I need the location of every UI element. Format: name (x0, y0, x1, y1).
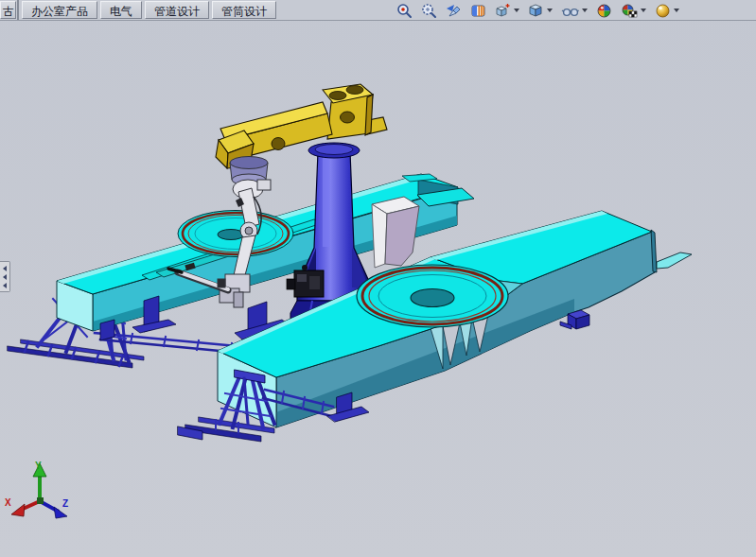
zoom-to-fit-button[interactable] (396, 1, 413, 20)
apply-scene-icon (621, 3, 638, 19)
section-view-icon (470, 3, 486, 19)
hide-show-items-button[interactable] (560, 1, 589, 20)
apply-scene-button[interactable] (620, 1, 647, 20)
section-view-button[interactable] (469, 1, 487, 20)
left-arrow-icon (3, 266, 7, 271)
tab-piping-design[interactable]: 管道设计 (145, 1, 209, 19)
view-orientation-button[interactable] (494, 1, 520, 20)
dropdown-arrow[interactable] (582, 9, 588, 12)
tab-electrical[interactable]: 电气 (100, 1, 142, 19)
command-tab-bar: 古 办公室产品 电气 管道设计 管筒设计 (0, 0, 756, 21)
heads-up-view-toolbar (396, 0, 680, 21)
panel-expand-button[interactable] (0, 261, 10, 292)
rotary-ring-left[interactable] (178, 211, 293, 257)
display-style-button[interactable] (527, 1, 554, 20)
view-orientation-icon (495, 3, 511, 19)
edit-appearance-button[interactable] (595, 1, 613, 20)
display-style-icon (528, 3, 544, 19)
triad-y-label: Y (35, 461, 42, 471)
view-settings-button[interactable] (654, 1, 680, 20)
view-settings-icon (655, 3, 671, 19)
previous-view-button[interactable] (445, 1, 463, 20)
triad-x-label: X (5, 497, 11, 508)
white-fixture[interactable] (372, 197, 419, 268)
coordinate-triad: Y X Z (5, 461, 68, 518)
dropdown-arrow[interactable] (674, 9, 679, 12)
zoom-to-fit-icon (396, 3, 413, 19)
rotary-ring-right[interactable] (357, 265, 508, 327)
zoom-to-area-icon (421, 3, 437, 19)
wing-plate-right (657, 252, 692, 269)
left-arrow-icon (3, 274, 7, 280)
checkered-flag (629, 11, 637, 17)
robot-boom[interactable] (216, 84, 387, 168)
left-arrow-icon (3, 283, 7, 288)
triad-z-label: Z (62, 498, 68, 509)
3d-viewport[interactable]: Y X Z (0, 0, 756, 557)
tab-divider (17, 0, 19, 20)
tab-tubing-design[interactable]: 管筒设计 (212, 1, 276, 19)
edit-appearance-icon (596, 3, 612, 19)
commandmanager-tabs: 古 办公室产品 电气 管道设计 管筒设计 (0, 0, 279, 21)
tab-office-products[interactable]: 办公室产品 (22, 1, 97, 19)
application-window: Y X Z 古 办公室产品 电气 管道设计 管筒设计 (0, 0, 756, 557)
dropdown-arrow[interactable] (514, 9, 519, 12)
tab-partial[interactable]: 古 (0, 1, 16, 19)
zoom-to-area-button[interactable] (420, 1, 438, 20)
hide-show-items-icon (561, 3, 579, 19)
previous-view-icon (446, 3, 462, 19)
dropdown-arrow[interactable] (547, 9, 553, 12)
dropdown-arrow[interactable] (641, 9, 646, 12)
